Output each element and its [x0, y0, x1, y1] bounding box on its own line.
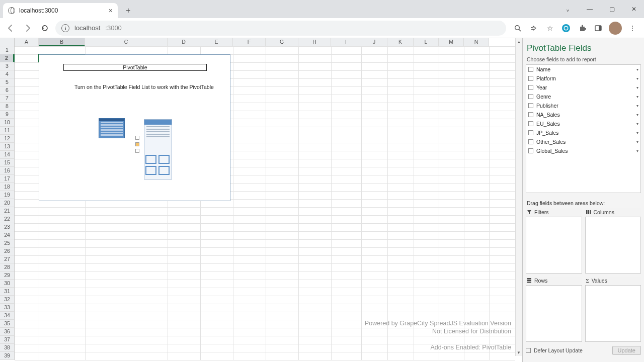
row-header[interactable]: 33: [0, 304, 14, 312]
row-header[interactable]: 23: [0, 223, 14, 231]
back-button[interactable]: [4, 22, 17, 35]
close-window-button[interactable]: ✕: [627, 6, 641, 13]
vertical-scrollbar[interactable]: ▲ ▼: [515, 38, 522, 356]
row-header[interactable]: 30: [0, 280, 14, 288]
side-panel-icon[interactable]: [593, 23, 604, 34]
column-header[interactable]: B: [39, 38, 85, 46]
row-header[interactable]: 37: [0, 336, 14, 344]
row-header[interactable]: 29: [0, 272, 14, 280]
row-header[interactable]: 32: [0, 296, 14, 304]
extensions-icon[interactable]: [577, 23, 588, 34]
row-header[interactable]: 14: [0, 151, 14, 159]
scroll-up-icon[interactable]: ▲: [516, 39, 522, 45]
row-header[interactable]: 19: [0, 191, 14, 199]
row-header[interactable]: 28: [0, 263, 14, 272]
row-header[interactable]: 39: [0, 352, 14, 360]
row-header[interactable]: 17: [0, 175, 14, 183]
field-item[interactable]: Platform▾: [526, 74, 640, 83]
chevron-down-icon[interactable]: ^: [560, 7, 575, 12]
row-header[interactable]: 15: [0, 159, 14, 167]
row-header[interactable]: 11: [0, 127, 14, 135]
chevron-down-icon[interactable]: ▾: [636, 131, 638, 135]
field-item[interactable]: EU_Sales▾: [526, 119, 640, 128]
column-header[interactable]: M: [439, 38, 464, 46]
column-header[interactable]: J: [361, 38, 387, 46]
update-button[interactable]: Update: [612, 346, 641, 355]
defer-layout-checkbox[interactable]: Defer Layout Update: [526, 347, 583, 353]
field-item[interactable]: NA_Sales▾: [526, 110, 640, 119]
chevron-down-icon[interactable]: ▾: [636, 95, 638, 99]
column-header[interactable]: C: [85, 38, 168, 46]
chevron-down-icon[interactable]: ▾: [636, 140, 638, 144]
address-bar[interactable]: i localhost:3000: [55, 21, 506, 36]
row-header[interactable]: 8: [0, 103, 14, 111]
field-item[interactable]: Year▾: [526, 83, 640, 92]
browser-tab[interactable]: localhost:3000 ×: [3, 3, 118, 18]
row-header[interactable]: 10: [0, 119, 14, 127]
reload-button[interactable]: [38, 22, 51, 35]
row-header[interactable]: 35: [0, 320, 14, 328]
maximize-button[interactable]: ▢: [605, 6, 619, 13]
column-header[interactable]: K: [387, 38, 414, 46]
field-item[interactable]: Other_Sales▾: [526, 137, 640, 146]
tab-close-icon[interactable]: ×: [109, 7, 113, 15]
row-header[interactable]: 3: [0, 62, 14, 70]
field-item[interactable]: JP_Sales▾: [526, 128, 640, 137]
menu-icon[interactable]: ⋮: [627, 23, 638, 34]
row-header[interactable]: 12: [0, 135, 14, 143]
row-header[interactable]: 6: [0, 86, 14, 95]
row-header[interactable]: 38: [0, 344, 14, 352]
row-header[interactable]: 27: [0, 255, 14, 263]
rows-area[interactable]: Rows: [526, 277, 582, 342]
profile-avatar[interactable]: [609, 22, 622, 35]
row-header[interactable]: 13: [0, 143, 14, 151]
pivottable-placeholder[interactable]: PivotTable Turn on the PivotTable Field …: [39, 54, 230, 201]
row-header[interactable]: 21: [0, 207, 14, 215]
row-header[interactable]: 2: [0, 54, 15, 62]
column-header[interactable]: F: [233, 38, 266, 46]
chevron-down-icon[interactable]: ▾: [636, 85, 638, 90]
star-icon[interactable]: ☆: [544, 23, 555, 34]
row-header[interactable]: 4: [0, 70, 14, 78]
column-header[interactable]: H: [298, 38, 331, 46]
new-tab-button[interactable]: +: [122, 4, 135, 17]
row-header[interactable]: 36: [0, 328, 14, 336]
column-header[interactable]: E: [200, 38, 233, 46]
row-header[interactable]: 25: [0, 239, 14, 247]
forward-button[interactable]: [21, 22, 34, 35]
column-header[interactable]: I: [331, 38, 361, 46]
zoom-icon[interactable]: [512, 23, 523, 34]
row-header[interactable]: 9: [0, 111, 14, 119]
row-header[interactable]: 34: [0, 312, 14, 320]
row-header[interactable]: 1: [0, 46, 14, 54]
field-item[interactable]: Genre▾: [526, 92, 640, 101]
share-icon[interactable]: [528, 23, 539, 34]
row-header[interactable]: 22: [0, 215, 14, 223]
row-header[interactable]: 31: [0, 288, 14, 296]
chevron-down-icon[interactable]: ▾: [636, 76, 638, 81]
chevron-down-icon[interactable]: ▾: [636, 67, 638, 72]
row-header[interactable]: 18: [0, 183, 14, 191]
minimize-button[interactable]: —: [583, 6, 597, 13]
row-header[interactable]: 5: [0, 78, 14, 86]
field-item[interactable]: Global_Sales▾: [526, 146, 640, 155]
chevron-down-icon[interactable]: ▾: [636, 122, 638, 126]
column-header[interactable]: G: [266, 38, 298, 46]
chevron-down-icon[interactable]: ▾: [636, 113, 638, 117]
column-header[interactable]: D: [168, 38, 200, 46]
field-item[interactable]: Name▾: [526, 65, 640, 74]
row-header[interactable]: 26: [0, 247, 14, 255]
column-header[interactable]: N: [464, 38, 489, 46]
field-item[interactable]: Publisher▾: [526, 101, 640, 110]
select-all-corner[interactable]: [0, 38, 15, 46]
blue-circle-icon[interactable]: [560, 23, 572, 34]
row-header[interactable]: 7: [0, 95, 14, 103]
filters-area[interactable]: Filters: [526, 208, 582, 274]
site-info-icon[interactable]: i: [61, 24, 69, 32]
values-area[interactable]: Σ Values: [585, 277, 641, 342]
row-header[interactable]: 20: [0, 199, 14, 207]
column-header[interactable]: A: [15, 38, 39, 46]
scroll-down-icon[interactable]: ▼: [516, 349, 522, 355]
chevron-down-icon[interactable]: ▾: [636, 104, 638, 108]
column-header[interactable]: L: [414, 38, 439, 46]
